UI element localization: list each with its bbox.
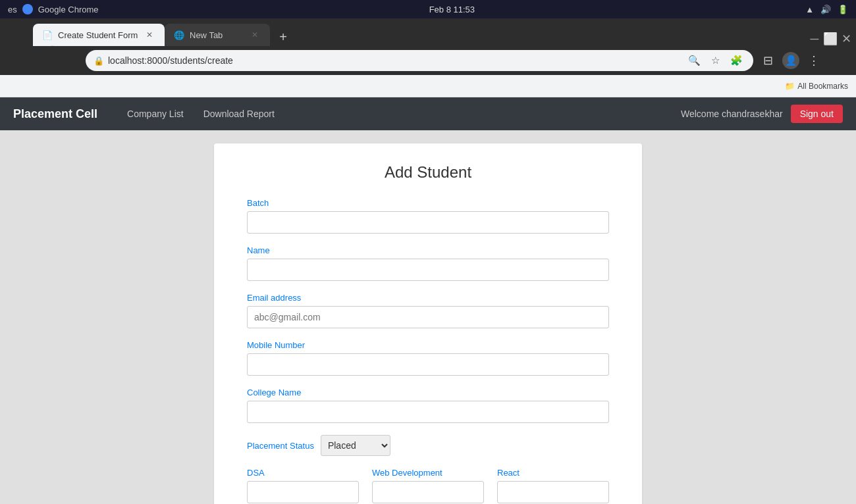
email-label: Email address [247,293,609,303]
bookmarks-bar: 📁 All Bookmarks [0,75,856,97]
batch-label: Batch [247,198,609,208]
tab-new-tab[interactable]: 🌐 New Tab ✕ [165,24,270,46]
nav-welcome-text: Welcome chandrasekhar [681,109,783,119]
window-controls: ─ ⬜ ✕ [807,32,853,46]
tab2-label: New Tab [190,30,223,40]
signout-button[interactable]: Sign out [791,105,843,123]
nav-download-report[interactable]: Download Report [194,109,284,119]
os-bar: es Google Chrome Feb 8 11:53 ▲ 🔊 🔋 [0,0,856,18]
webdev-input[interactable] [372,481,484,503]
menu-icon[interactable]: ⋮ [805,51,823,70]
page-background: Add Student Batch Name Email address Mob… [0,130,856,504]
os-browser-name: Google Chrome [38,5,99,14]
nav-links: Company List Download Report [117,109,284,119]
react-group: React [497,468,609,503]
batch-input[interactable] [247,211,609,234]
folder-icon: 📁 [785,82,795,91]
os-system-icons: ▲ 🔊 🔋 [805,5,848,14]
name-input[interactable] [247,259,609,281]
tab-bar: 📄 Create Student Form ✕ 🌐 New Tab ✕ + ─ … [0,18,856,46]
battery-icon: 🔋 [838,5,848,14]
wifi-icon: ▲ [805,5,814,14]
os-datetime: Feb 8 11:53 [429,5,475,14]
all-bookmarks-link[interactable]: 📁 All Bookmarks [785,82,848,91]
dsa-group: DSA [247,468,359,503]
nav-right: Welcome chandrasekhar Sign out [681,105,843,123]
app-navbar: Placement Cell Company List Download Rep… [0,97,856,130]
mobile-group: Mobile Number [247,340,609,376]
profile-icon[interactable]: 👤 [782,52,799,69]
close-window-button[interactable]: ✕ [839,32,853,46]
react-input[interactable] [497,481,609,503]
placement-status-select[interactable]: Placed Not Placed In Progress [321,435,390,456]
volume-icon: 🔊 [820,5,831,14]
form-title: Add Student [247,163,609,182]
nav-company-list[interactable]: Company List [117,109,194,119]
mobile-input[interactable] [247,353,609,376]
url-display: localhost:8000/students/create [108,55,681,66]
lock-icon: 🔒 [94,56,104,66]
browser-chrome: ← → ⟳ ⌂ 📄 Create Student Form ✕ 🌐 New Ta… [0,18,856,75]
tab-close-button[interactable]: ✕ [144,29,155,41]
form-card: Add Student Batch Name Email address Mob… [214,143,642,504]
search-icon[interactable]: 🔍 [685,51,703,70]
os-app-label: es [8,5,17,14]
name-group: Name [247,245,609,281]
nav-brand[interactable]: Placement Cell [13,107,97,121]
college-label: College Name [247,388,609,397]
os-bar-left: es Google Chrome [8,4,99,14]
bookmarks-label: All Bookmarks [797,82,848,91]
tab2-close-button[interactable]: ✕ [249,29,261,41]
tab2-favicon: 🌐 [174,30,184,40]
email-input[interactable] [247,306,609,328]
address-bar-row: 🔒 localhost:8000/students/create 🔍 ☆ 🧩 ⊟… [0,46,856,75]
webdev-label: Web Development [372,468,484,478]
placement-status-label: Placement Status [247,441,314,451]
sidebar-toggle[interactable]: ⊟ [759,51,777,70]
minimize-button[interactable]: ─ [807,32,822,46]
dsa-input[interactable] [247,481,359,503]
address-bar[interactable]: 🔒 localhost:8000/students/create 🔍 ☆ 🧩 [86,50,753,71]
email-group: Email address [247,293,609,328]
new-tab-button[interactable]: + [274,28,292,46]
mobile-label: Mobile Number [247,340,609,350]
os-browser-icon [22,4,33,14]
college-group: College Name [247,388,609,423]
bookmark-icon[interactable]: ☆ [706,51,724,70]
placement-status-group: Placement Status Placed Not Placed In Pr… [247,435,609,456]
webdev-group: Web Development [372,468,484,503]
react-label: React [497,468,609,478]
batch-group: Batch [247,198,609,234]
dsa-label: DSA [247,468,359,478]
maximize-button[interactable]: ⬜ [823,32,838,46]
address-bar-actions: 🔍 ☆ 🧩 [685,51,745,70]
college-input[interactable] [247,401,609,423]
extensions-icon[interactable]: 🧩 [727,51,745,70]
scores-row: DSA Web Development React [247,468,609,503]
name-label: Name [247,245,609,255]
